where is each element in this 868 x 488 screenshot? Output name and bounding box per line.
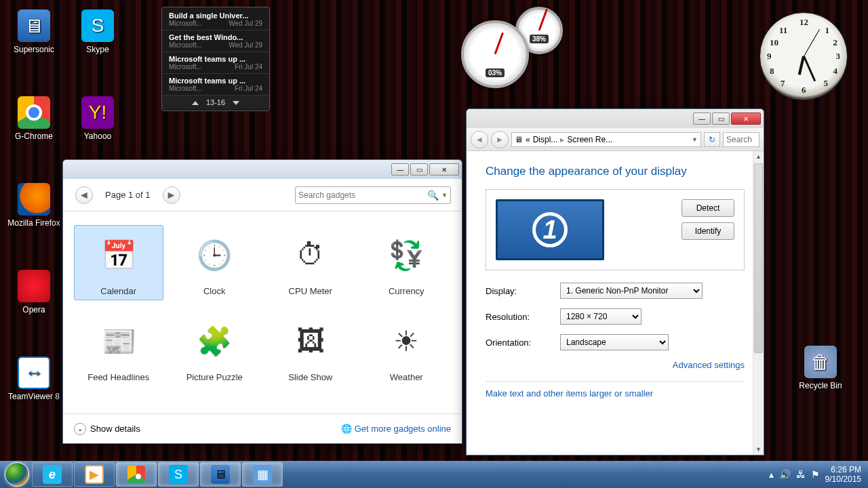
gadget-calendar[interactable]: 📅 Calendar	[74, 225, 163, 300]
network-icon[interactable]: 🖧	[796, 469, 806, 480]
orientation-select[interactable]: Landscape	[560, 334, 669, 350]
task-gadgets[interactable]: ▦	[242, 462, 283, 487]
skype-icon: S	[169, 465, 188, 484]
maximize-button[interactable]: ▭	[712, 113, 730, 125]
desktop-icon-recyclebin[interactable]: 🗑 Recycle Bin	[793, 346, 848, 390]
flag-icon[interactable]: ⚑	[811, 469, 820, 480]
icon-label: Opera	[7, 305, 61, 314]
skype-icon: S	[81, 9, 114, 42]
icon-label: G-Chrome	[7, 131, 61, 141]
wmp-icon: ▶	[85, 465, 104, 484]
search-icon[interactable]: 🔍	[427, 190, 439, 201]
search-input[interactable]	[723, 132, 760, 147]
feed-next-icon[interactable]	[233, 101, 239, 105]
page-next-button[interactable]: ►	[163, 186, 180, 204]
desktop-icon-skype[interactable]: S Skype	[71, 9, 125, 54]
control-panel-icon: 🖥	[515, 135, 523, 144]
feed-item[interactable]: Microsoft teams up ... Microsoft...Fri J…	[162, 52, 269, 74]
currency-icon: 💱	[379, 229, 433, 281]
address-dropdown-icon[interactable]: ▼	[692, 136, 698, 143]
resolution-select[interactable]: 868 × 488	[560, 308, 642, 325]
vertical-scrollbar[interactable]: ▲ ▼	[753, 151, 764, 455]
clock-icon: 🕒	[187, 229, 241, 281]
monitor-thumbnail[interactable]: 1	[496, 199, 604, 260]
desktop-icon-opera[interactable]: Opera	[7, 270, 61, 314]
forward-button[interactable]: ►	[491, 131, 509, 148]
feed-item[interactable]: Build a single Univer... Microsoft...Wed…	[162, 9, 269, 30]
close-button[interactable]: ✕	[429, 163, 459, 176]
yahoo-icon: Y!	[81, 96, 114, 129]
scroll-up-icon[interactable]: ▲	[753, 151, 764, 162]
minute-hand	[803, 56, 816, 81]
clock-gadget[interactable]: 12 3 6 9 1 2 4 5 7 8 10 11	[760, 12, 848, 100]
gadget-currency[interactable]: 💱 Currency	[362, 225, 452, 300]
page-heading: Change the appearance of your display	[486, 165, 745, 178]
gadget-clock[interactable]: 🕒 Clock	[170, 225, 260, 300]
task-wmp[interactable]: ▶	[74, 462, 115, 487]
maximize-button[interactable]: ▭	[410, 163, 428, 176]
task-chrome[interactable]	[116, 462, 157, 487]
feed-item[interactable]: Microsoft teams up ... Microsoft...Fri J…	[162, 74, 269, 96]
volume-icon[interactable]: 🔊	[779, 469, 791, 480]
task-display[interactable]: 🖥	[200, 462, 241, 487]
gadget-weather[interactable]: ☀ Weather	[362, 311, 452, 386]
titlebar[interactable]: — ▭ ✕	[467, 109, 764, 128]
display-select[interactable]: 1. Generic Non-PnP Monitor	[560, 283, 703, 299]
make-text-larger-link[interactable]: Make text and other items larger or smal…	[486, 388, 745, 399]
icon-label: Mozilla Firefox	[7, 218, 61, 228]
gadget-slideshow[interactable]: 🖼 Slide Show	[266, 311, 355, 386]
search-input[interactable]	[298, 190, 427, 200]
icon-label: Recycle Bin	[793, 381, 848, 390]
chrome-icon	[127, 466, 145, 483]
orientation-label: Orientation:	[486, 338, 560, 348]
monitor-icon: 🖥	[18, 9, 50, 42]
desktop-icon-supersonic[interactable]: 🖥 Supersonic	[7, 9, 61, 54]
clock-tray[interactable]: 6:26 PM 9/10/2015	[825, 465, 861, 485]
desktop-icon-teamviewer[interactable]: ↔ TeamViewer 8	[7, 357, 61, 401]
tray-up-icon[interactable]: ▴	[769, 469, 774, 480]
firefox-icon	[18, 183, 50, 216]
detect-button[interactable]: Detect	[682, 199, 734, 217]
cpu-meter-gadget[interactable]: 38% 03%	[461, 7, 576, 88]
page-prev-button[interactable]: ◄	[75, 186, 93, 204]
calendar-icon: 📅	[92, 229, 146, 281]
gadget-puzzle[interactable]: 🧩 Picture Puzzle	[170, 311, 260, 386]
back-button[interactable]: ◄	[471, 131, 488, 148]
gadgets-icon: ▦	[253, 465, 272, 484]
desktop-icon-chrome[interactable]: G-Chrome	[7, 96, 61, 141]
gadget-feed[interactable]: 📰 Feed Headlines	[74, 311, 163, 386]
show-details-toggle[interactable]: ⌄ Show details	[74, 423, 140, 435]
feed-item[interactable]: Get the best Windo... Microsoft...Wed Ju…	[162, 30, 269, 52]
start-button[interactable]	[3, 462, 31, 487]
feed-prev-icon[interactable]	[192, 101, 199, 105]
second-hand	[804, 29, 820, 56]
desktop-icon-yahoo[interactable]: Y! Yahooo	[71, 96, 125, 141]
chevron-down-icon: ⌄	[74, 423, 86, 435]
globe-icon: 🌐	[341, 424, 352, 434]
task-skype[interactable]: S	[158, 462, 199, 487]
icon-label: TeamViewer 8	[7, 392, 61, 401]
scroll-thumb[interactable]	[754, 163, 763, 353]
address-bar[interactable]: 🖥 « Displ... ▸ Screen Re... ▼	[511, 132, 701, 147]
display-settings-window: — ▭ ✕ ◄ ► 🖥 « Displ... ▸ Screen Re... ▼ …	[466, 108, 764, 455]
search-box[interactable]: 🔍 ▼	[295, 186, 451, 204]
puzzle-icon: 🧩	[187, 315, 241, 367]
gadget-cpumeter[interactable]: ⏱ CPU Meter	[266, 225, 355, 300]
advanced-settings-link[interactable]: Advanced settings	[486, 360, 745, 370]
weather-icon: ☀	[379, 315, 433, 367]
desktop-icon-firefox[interactable]: Mozilla Firefox	[7, 183, 61, 228]
cpu-dial: 03%	[461, 20, 529, 88]
scroll-down-icon[interactable]: ▼	[753, 444, 764, 455]
titlebar[interactable]: — ▭ ✕	[63, 160, 462, 179]
feed-headlines-gadget[interactable]: Build a single Univer... Microsoft...Wed…	[161, 7, 270, 111]
close-button[interactable]: ✕	[731, 113, 761, 125]
refresh-button[interactable]: ↻	[704, 132, 720, 147]
search-dropdown-icon[interactable]: ▼	[441, 192, 448, 199]
minimize-button[interactable]: —	[391, 163, 409, 176]
monitor-preview-box: 1 Detect Identify	[486, 189, 745, 270]
task-ie[interactable]: e	[32, 462, 73, 487]
feed-nav: 13-16	[162, 96, 269, 109]
minimize-button[interactable]: —	[693, 113, 711, 125]
get-more-gadgets-link[interactable]: 🌐 Get more gadgets online	[341, 424, 451, 434]
identify-button[interactable]: Identify	[682, 222, 734, 240]
